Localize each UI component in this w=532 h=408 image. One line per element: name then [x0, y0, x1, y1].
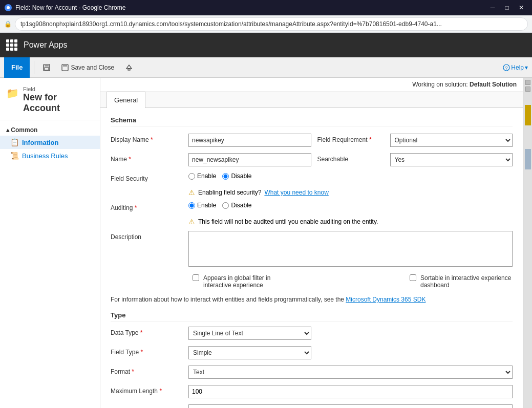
sidebar: 📁 Field New for Account ▴ Common 📋 Infor… — [0, 78, 100, 408]
auditing-enable-radio[interactable] — [188, 202, 195, 209]
name-label: Name * — [111, 153, 182, 163]
appears-filter-checkbox[interactable] — [193, 274, 199, 281]
app-title: Power Apps — [24, 40, 67, 50]
title-bar: Field: New for Account - Google Chrome ─… — [0, 0, 532, 15]
data-type-select[interactable]: Single Line of Text — [188, 327, 311, 340]
auditing-disable-label[interactable]: Disable — [222, 202, 251, 209]
auditing-warning-text: This field will not be audited until you… — [198, 218, 378, 225]
sidebar-section-title: ▴ Common — [0, 124, 100, 136]
description-textarea[interactable] — [188, 231, 513, 267]
right-panel — [523, 78, 532, 408]
display-name-label: Display Name * — [111, 134, 182, 143]
auditing-warning-icon: ⚠ — [188, 218, 195, 226]
sortable-checkbox[interactable] — [410, 274, 416, 281]
auditing-enable-label[interactable]: Enable — [188, 202, 216, 209]
format-select[interactable]: Text — [188, 366, 513, 379]
title-bar-controls: ─ □ ✕ — [486, 1, 528, 14]
auditing-warning-row: ⚠ This field will not be audited until y… — [188, 218, 513, 226]
svg-rect-6 — [63, 65, 67, 67]
field-security-link[interactable]: What you need to know — [264, 189, 328, 196]
sidebar-item-business-rules[interactable]: 📜 Business Rules — [0, 149, 100, 162]
field-req-control: Optional — [390, 134, 513, 147]
sidebar-section-common: ▴ Common 📋 Information 📜 Business Rules — [0, 124, 100, 162]
field-security-disable-label[interactable]: Disable — [222, 173, 251, 180]
auditing-control: Enable Disable — [188, 202, 513, 209]
searchable-select[interactable]: Yes — [390, 153, 513, 166]
type-section: Type Data Type * Single Line of Text — [111, 311, 513, 408]
field-req-label: Field Requirement * — [317, 134, 384, 143]
minimize-button[interactable]: ─ — [486, 1, 499, 14]
tab-general[interactable]: General — [107, 92, 145, 108]
display-name-row: Display Name * Field Requirement * Optio… — [111, 134, 513, 147]
data-type-label: Data Type * — [111, 327, 182, 336]
field-req-select[interactable]: Optional — [390, 134, 513, 147]
auditing-label: Auditing * — [111, 202, 182, 211]
display-name-required: * — [151, 136, 153, 143]
description-control — [188, 231, 513, 268]
max-length-input[interactable] — [188, 385, 513, 398]
field-security-label: Field Security — [111, 173, 182, 182]
information-icon: 📋 — [10, 138, 19, 146]
address-bar: 🔒 — [0, 15, 532, 33]
publish-button[interactable] — [121, 61, 137, 74]
searchable-label: Searchable — [317, 153, 384, 163]
format-control: Text — [188, 366, 513, 379]
format-label: Format * — [111, 366, 182, 375]
help-button[interactable]: ? Help ▾ — [503, 64, 528, 71]
close-button[interactable]: ✕ — [515, 1, 528, 14]
field-security-radio-group: Enable Disable — [188, 173, 513, 180]
sidebar-item-information-label: Information — [22, 139, 59, 146]
format-required: * — [132, 368, 134, 375]
field-security-row: Field Security Enable Disable — [111, 173, 513, 182]
toolbar: File Save and Close ? Help ▾ — [0, 57, 532, 78]
maximize-button[interactable]: □ — [500, 1, 514, 14]
address-input[interactable] — [15, 17, 528, 31]
schema-section-title: Schema — [111, 116, 513, 126]
max-length-row: Maximum Length * — [111, 385, 513, 398]
checkbox-row: Appears in global filter in interactive … — [111, 274, 513, 289]
svg-point-1 — [7, 6, 10, 9]
checkbox-mid-spacer — [306, 274, 399, 289]
main-layout: 📁 Field New for Account ▴ Common 📋 Infor… — [0, 78, 532, 408]
entity-header: 📁 Field New for Account — [0, 82, 100, 120]
form-content: Schema Display Name * Field Requirement … — [100, 108, 523, 408]
file-button[interactable]: File — [4, 57, 30, 78]
app-header: Power Apps — [0, 33, 532, 57]
entity-name: New for Account — [23, 92, 94, 114]
solution-banner: Working on solution: Default Solution — [100, 78, 523, 92]
save-close-label: Save and Close — [71, 64, 114, 71]
sdk-row: For information about how to interact wi… — [111, 295, 513, 304]
ime-mode-select[interactable]: auto — [188, 404, 513, 408]
save-icon-button[interactable] — [38, 61, 55, 74]
help-chevron: ▾ — [525, 64, 528, 71]
data-type-row: Data Type * Single Line of Text — [111, 327, 513, 340]
name-input[interactable] — [188, 153, 311, 166]
max-length-label: Maximum Length * — [111, 385, 182, 395]
publish-icon — [125, 64, 133, 71]
field-security-disable-radio[interactable] — [222, 173, 229, 180]
save-close-button[interactable]: Save and Close — [57, 61, 119, 74]
appears-filter-label: Appears in global filter in interactive … — [203, 274, 295, 289]
solution-banner-name: Default Solution — [470, 81, 517, 88]
svg-rect-4 — [45, 68, 49, 70]
field-type-select[interactable]: Simple — [188, 346, 311, 359]
name-row: Name * Searchable Yes — [111, 153, 513, 166]
sdk-link[interactable]: Microsoft Dynamics 365 SDK — [346, 296, 425, 303]
auditing-row: Auditing * Enable Disable — [111, 202, 513, 211]
section-arrow: ▴ — [6, 126, 11, 134]
field-security-enable-radio[interactable] — [188, 173, 195, 180]
business-rules-icon: 📜 — [10, 152, 19, 160]
type-section-title: Type — [111, 311, 513, 321]
sidebar-item-information[interactable]: 📋 Information — [0, 136, 100, 149]
svg-marker-7 — [126, 65, 132, 69]
toolbar-separator — [34, 61, 34, 74]
auditing-disable-radio[interactable] — [222, 202, 229, 209]
display-name-input[interactable] — [188, 134, 311, 147]
solution-banner-prefix: Working on solution: — [412, 81, 468, 88]
entity-label: Field — [23, 86, 94, 92]
waffle-icon[interactable] — [6, 39, 17, 51]
sidebar-item-business-rules-label: Business Rules — [22, 152, 68, 160]
field-security-enable-label[interactable]: Enable — [188, 173, 216, 180]
field-security-warning-icon: ⚠ — [188, 188, 195, 197]
chrome-icon — [4, 4, 12, 12]
